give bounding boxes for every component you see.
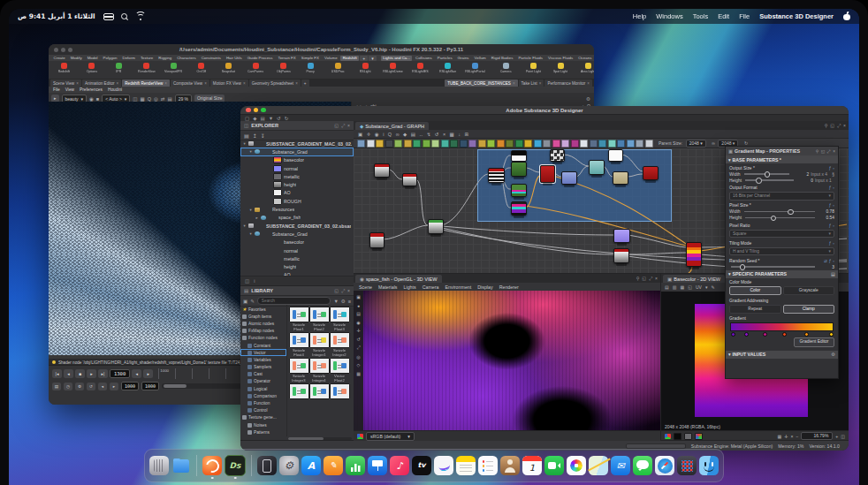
scale-icon[interactable]: ⤢ bbox=[356, 345, 360, 351]
view3d-viewport[interactable] bbox=[354, 291, 660, 431]
shelf-tool[interactable]: Options bbox=[78, 62, 105, 73]
shelf-tab[interactable]: Rigid Bodies bbox=[489, 56, 515, 61]
menu-item[interactable]: File bbox=[739, 12, 750, 20]
pane-tab[interactable]: Take List× bbox=[519, 80, 544, 87]
loop-icon[interactable]: ↺ bbox=[87, 383, 95, 390]
graph-node[interactable] bbox=[613, 229, 630, 243]
explorer-tree-item[interactable]: ROUGH bbox=[240, 197, 354, 205]
graph-node[interactable] bbox=[369, 232, 385, 248]
dock-icon-houdini[interactable] bbox=[202, 456, 222, 475]
caret-icon[interactable]: ▾ bbox=[242, 224, 247, 228]
info-icon[interactable]: i bbox=[383, 132, 384, 137]
gradient-editor-button[interactable]: Gradient Editor bbox=[794, 337, 834, 347]
grid-icon[interactable]: ▦ bbox=[141, 96, 145, 102]
link-icon[interactable]: ↥ bbox=[253, 133, 257, 139]
shelf-tool[interactable]: Redshift bbox=[50, 62, 78, 73]
add-node-button[interactable] bbox=[571, 140, 579, 148]
close-icon[interactable]: × bbox=[347, 123, 350, 129]
close-icon[interactable]: × bbox=[655, 276, 658, 281]
maximize-icon[interactable]: ⤢ bbox=[649, 276, 652, 282]
shelf-tab[interactable]: Modify bbox=[68, 56, 84, 61]
color-mode-color-button[interactable]: Color bbox=[729, 286, 781, 295]
apple-menu-icon[interactable] bbox=[843, 12, 850, 20]
shelf-tab[interactable]: Collisions bbox=[413, 56, 434, 61]
library-node-item[interactable] bbox=[309, 383, 329, 408]
cut-icon[interactable]: × bbox=[443, 132, 445, 137]
add-node-button[interactable] bbox=[431, 140, 439, 148]
pixel-width-value[interactable]: 0.78 bbox=[819, 209, 834, 214]
graph-node[interactable] bbox=[613, 171, 628, 185]
explorer-tree-item[interactable]: ▾ Resources bbox=[240, 205, 354, 213]
stop-button[interactable]: ■ bbox=[75, 369, 85, 378]
close-icon[interactable]: × bbox=[117, 81, 119, 86]
dock-icon-mail[interactable]: ✉ bbox=[611, 456, 630, 475]
dock-icon-contacts[interactable] bbox=[500, 456, 520, 475]
houdini-title-bar[interactable]: /Users/admin/Documents/Houdini_Substance… bbox=[49, 44, 594, 55]
shelf-tool[interactable]: Camera bbox=[492, 62, 520, 73]
graph-node[interactable] bbox=[511, 150, 527, 162]
lock-icon[interactable]: ◫ bbox=[841, 434, 845, 439]
pane-tab[interactable]: Composite View× bbox=[171, 80, 209, 87]
range-end-field[interactable]: 1000 bbox=[141, 382, 159, 390]
filter-icon[interactable]: ◫ bbox=[245, 278, 249, 284]
caret-icon[interactable]: ▾ bbox=[728, 157, 731, 163]
display-icon[interactable]: ▤ bbox=[411, 132, 415, 137]
library-category[interactable]: Function bbox=[240, 399, 286, 406]
add-node-button[interactable] bbox=[376, 140, 384, 148]
explorer-tree-item[interactable]: height bbox=[240, 262, 354, 270]
function-icon[interactable]: ƒ bbox=[829, 203, 832, 208]
library-node-item[interactable]: Swizzle Float4 bbox=[289, 332, 308, 357]
add-pane-tab-button[interactable]: + bbox=[301, 80, 309, 87]
range-start-field[interactable]: 1000 bbox=[121, 382, 139, 390]
shelf-tool[interactable]: RSLightIES bbox=[407, 62, 434, 73]
dock-panel-icon[interactable]: ◱ bbox=[334, 123, 339, 129]
menu-item[interactable]: File bbox=[53, 87, 60, 92]
menu-item[interactable]: Tools bbox=[693, 12, 709, 20]
shelf-tab[interactable]: Simple FX bbox=[299, 56, 321, 61]
close-icon[interactable]: × bbox=[295, 81, 298, 86]
parent-size-select[interactable]: 2048 ▾ bbox=[686, 140, 706, 148]
dock-icon-reminders[interactable] bbox=[478, 456, 498, 475]
menu-item[interactable]: Display bbox=[477, 284, 492, 290]
pixel-height-value[interactable]: 0.54 bbox=[819, 216, 834, 220]
shelf-tab[interactable]: Deform bbox=[120, 56, 137, 61]
caret-icon[interactable]: ▾ bbox=[728, 271, 731, 277]
snapshot-icon[interactable]: ◉ bbox=[375, 132, 379, 137]
add-node-button[interactable] bbox=[534, 140, 542, 148]
menu-item[interactable]: Windows bbox=[656, 12, 682, 20]
output-height-value[interactable]: 0 bbox=[797, 178, 813, 183]
shelf-tool[interactable]: USDProc bbox=[324, 62, 352, 73]
menu-icon[interactable]: ≡ bbox=[348, 299, 351, 304]
caret-icon[interactable]: ▸ bbox=[255, 216, 259, 220]
graph-node[interactable] bbox=[428, 219, 444, 234]
frame-icon[interactable]: ▣ bbox=[358, 132, 362, 137]
add-node-button[interactable] bbox=[468, 140, 476, 148]
library-category[interactable]: Graph items bbox=[240, 313, 286, 320]
explorer-tree-item[interactable]: height bbox=[240, 180, 354, 188]
add-node-button[interactable] bbox=[515, 140, 523, 148]
dock-icon-keynote[interactable] bbox=[368, 456, 387, 475]
uv-toggle[interactable]: UV bbox=[696, 284, 702, 290]
current-frame-field[interactable]: 1300 bbox=[110, 369, 130, 378]
explorer-tree-item[interactable]: ▾ SUBSTANCE_GRADIENT_MAC_03_02.sbs* bbox=[240, 140, 354, 148]
add-node-button[interactable] bbox=[552, 140, 560, 148]
function-icon[interactable]: ƒ bbox=[829, 259, 832, 263]
caret-icon[interactable]: ▾ bbox=[248, 231, 253, 236]
pixel-height-slider[interactable] bbox=[745, 217, 815, 218]
shelf-tab[interactable]: Volume bbox=[323, 56, 340, 61]
add-node-button[interactable] bbox=[460, 140, 468, 148]
dock-icon-photos[interactable] bbox=[567, 456, 586, 475]
table-icon[interactable]: ⊞ bbox=[465, 132, 469, 137]
library-search-input[interactable] bbox=[257, 297, 331, 305]
library-category[interactable]: Control bbox=[240, 407, 286, 414]
shelf-tool[interactable]: Snapshot bbox=[215, 62, 242, 73]
dock-panel-icon[interactable]: ◱ bbox=[642, 276, 646, 281]
caret-icon[interactable]: ▾ bbox=[242, 141, 247, 146]
go-start-button[interactable]: |◂ bbox=[52, 369, 62, 378]
import-icon[interactable]: ↓ bbox=[458, 132, 461, 137]
rotate-icon[interactable]: ↺ bbox=[435, 132, 439, 137]
dock-icon-maps[interactable] bbox=[589, 456, 608, 475]
graph-node[interactable] bbox=[511, 201, 527, 216]
rotate-icon[interactable]: ↺ bbox=[356, 337, 360, 342]
library-node-item[interactable]: Swizzle Integer4 bbox=[309, 358, 329, 383]
